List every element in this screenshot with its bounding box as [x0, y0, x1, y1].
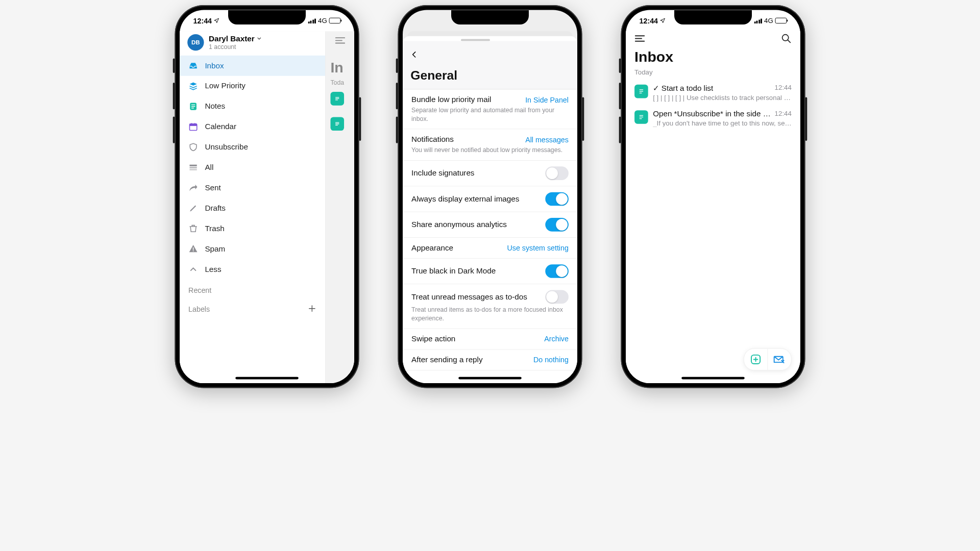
sidebar-item-unsubscribe[interactable]: Unsubscribe [180, 137, 325, 157]
toggle[interactable] [545, 264, 569, 278]
message-row[interactable]: ✓ Start a todo list12:44[ ] | [ ] | [ ] … [626, 80, 800, 105]
sidebar-item-label: All [205, 163, 213, 172]
menu-button[interactable] [634, 34, 645, 43]
setting-value[interactable]: Do nothing [533, 356, 569, 364]
sidebar-item-label: Low Priority [205, 82, 245, 90]
sidebar-item-spam[interactable]: Spam [180, 239, 325, 259]
new-note-button[interactable] [744, 349, 768, 370]
setting-description: You will never be notified about low pri… [411, 146, 569, 155]
user-name: Daryl Baxter [209, 34, 255, 43]
settings-title: General [410, 68, 570, 83]
chevron-down-icon [256, 34, 262, 43]
section-labels: Labels [180, 297, 325, 321]
message-title: ✓ Start a todo list [653, 84, 713, 93]
setting-label: Bundle low priority mail [411, 95, 521, 104]
setting-value[interactable]: All messages [525, 135, 569, 143]
settings-row[interactable]: True black in Dark Mode [403, 259, 577, 284]
setting-value[interactable]: In Side Panel [525, 95, 569, 104]
message-row[interactable]: Open *Unsubscribe* in the side pan…12:44… [626, 106, 800, 131]
inbox-title: Inbox [626, 44, 800, 67]
network-label: 4G [764, 17, 773, 24]
message-preview: _If you don't have time to get to this n… [653, 119, 792, 127]
toggle[interactable] [545, 192, 569, 206]
battery-icon [329, 18, 341, 23]
home-indicator[interactable] [458, 377, 522, 380]
svg-rect-5 [189, 165, 197, 166]
back-button[interactable] [410, 49, 570, 61]
note-icon [188, 102, 198, 111]
menu-icon[interactable] [335, 36, 346, 45]
setting-description: Separate low priority and automated mail… [411, 106, 569, 123]
svg-point-8 [193, 251, 194, 252]
message-time: 12:44 [775, 109, 792, 118]
note-icon [330, 117, 344, 131]
sidebar-item-inbox[interactable]: Inbox [180, 56, 325, 76]
sidebar-item-label: Sent [205, 184, 220, 192]
note-icon [634, 85, 648, 98]
note-icon [634, 110, 648, 124]
sidebar-item-all[interactable]: All [180, 157, 325, 178]
settings-row[interactable]: AppearanceUse system setting [403, 238, 577, 259]
sidebar-item-drafts[interactable]: Drafts [180, 198, 325, 218]
setting-label: Notifications [411, 135, 521, 144]
sidebar-item-sent[interactable]: Sent [180, 178, 325, 198]
sidebar-item-calendar[interactable]: Calendar [180, 117, 325, 137]
sidebar-item-label: Unsubscribe [205, 143, 248, 152]
toggle[interactable] [545, 290, 569, 304]
phone-settings: . . General Bundle low priority mailIn S… [398, 5, 582, 388]
shield-icon [188, 142, 198, 152]
setting-value[interactable]: Archive [544, 335, 569, 343]
add-label-button[interactable] [308, 304, 316, 314]
sidebar-item-label: Spam [205, 244, 225, 253]
settings-row[interactable]: Include signatures [403, 161, 577, 186]
message-preview: [ ] | [ ] | [ ] | Use checklists to trac… [653, 94, 792, 102]
status-bar: . . [403, 10, 577, 32]
toggle[interactable] [545, 218, 569, 232]
settings-row[interactable]: Swipe actionArchive [403, 329, 577, 349]
sidebar-item-label: Drafts [205, 204, 226, 213]
home-indicator[interactable] [235, 377, 299, 380]
setting-label: True black in Dark Mode [411, 267, 541, 276]
account-header[interactable]: DB Daryl Baxter 1 account [180, 31, 325, 55]
message-title: Open *Unsubscribe* in the side pan… [653, 109, 771, 118]
inbox-section: Today [626, 67, 800, 80]
location-icon [660, 16, 666, 24]
sidebar-item-label: Inbox [205, 61, 224, 70]
settings-row[interactable]: Share anonymous analytics [403, 212, 577, 237]
settings-row[interactable]: NotificationsAll messagesYou will never … [403, 129, 577, 160]
sent-icon [188, 183, 198, 193]
sidebar-item-label: Notes [205, 102, 225, 111]
sheet-grabber[interactable] [461, 39, 490, 41]
phone-sidebar: 12:44 4G In Toda [175, 5, 359, 388]
sidebar-item-label: Trash [205, 224, 224, 233]
sidebar-item-trash[interactable]: Trash [180, 218, 325, 239]
sidebar-item-low-priority[interactable]: Low Priority [180, 76, 325, 96]
settings-row[interactable]: Always display external images [403, 186, 577, 212]
settings-row[interactable]: After sending a replyDo nothing [403, 349, 577, 370]
stack-icon [188, 81, 198, 91]
inbox-icon [188, 61, 198, 70]
chevron-up-icon [188, 264, 198, 274]
home-indicator[interactable] [681, 377, 745, 380]
setting-label: Appearance [411, 243, 502, 252]
sidebar-item-less[interactable]: Less [180, 259, 325, 280]
trash-icon [188, 223, 198, 233]
sidebar-item-notes[interactable]: Notes [180, 96, 325, 117]
spam-icon [188, 244, 198, 254]
all-icon [188, 163, 198, 172]
sidebar-item-label: Calendar [205, 122, 236, 131]
settings-row[interactable]: Bundle low priority mailIn Side PanelSep… [403, 89, 577, 129]
message-time: 12:44 [775, 84, 792, 93]
search-button[interactable] [781, 33, 792, 44]
labels-label: Labels [188, 305, 210, 313]
compose-button[interactable] [767, 349, 791, 370]
sidebar-item-label: Less [205, 265, 221, 273]
status-time: 12:44 [640, 16, 658, 24]
signal-icon [308, 18, 316, 23]
setting-value[interactable]: Use system setting [507, 244, 569, 252]
settings-row[interactable]: Treat unread messages as to-dosTreat unr… [403, 284, 577, 329]
toggle[interactable] [545, 166, 569, 180]
location-icon [214, 16, 219, 24]
bg-title: In [330, 59, 354, 76]
draft-icon [188, 204, 198, 213]
